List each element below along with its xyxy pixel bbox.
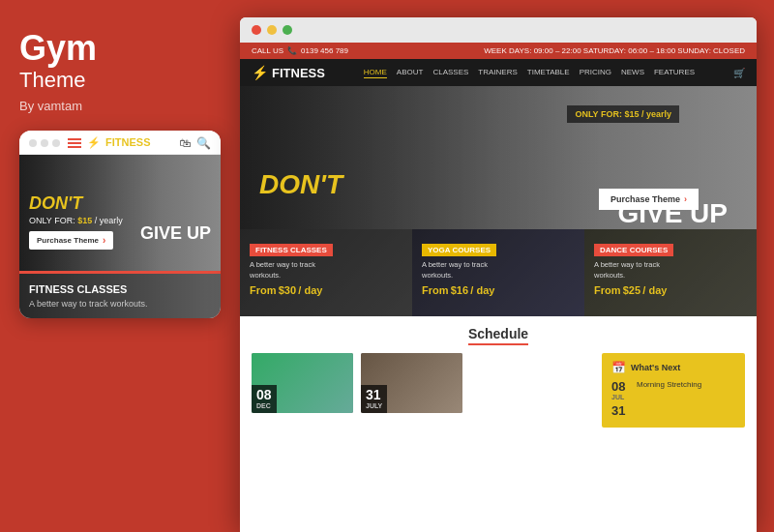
- mobile-hero-give: GIVE UP: [140, 223, 211, 244]
- mobile-course-desc: A better way to track workouts.: [29, 299, 211, 309]
- schedule-date-1: 08 DEC: [252, 385, 277, 413]
- mobile-dot-1: [29, 139, 37, 147]
- nav-news[interactable]: NEWS: [621, 68, 644, 78]
- lightning-icon: ⚡: [252, 65, 268, 80]
- mobile-dot-3: [52, 139, 60, 147]
- purchase-btn-arrow-icon: ›: [684, 194, 687, 204]
- schedule-section: Schedule 08 DEC 31 JULY: [240, 316, 757, 433]
- mobile-nav-icons: 🛍 🔍: [179, 136, 211, 150]
- whats-next-item-1: 08 JUL Morning Stretching: [611, 380, 735, 401]
- dance-desc: A better way to track workouts.: [594, 260, 681, 281]
- yoga-card-content: YOGA COURSES A better way to track worko…: [412, 229, 584, 306]
- nav-features[interactable]: FEATURES: [654, 68, 695, 78]
- browser-window: CALL US 📞 0139 456 789 WEEK DAYS: 09:00 …: [240, 17, 757, 532]
- brand-title: Gym: [19, 29, 97, 68]
- site-topbar-left: CALL US 📞 0139 456 789: [252, 46, 348, 55]
- whats-next-date-1: 08 JUL: [611, 380, 629, 401]
- schedule-title: Schedule: [468, 326, 528, 345]
- mobile-hero: DON'T ONLY FOR: $15 / yearly Purchase Th…: [19, 155, 221, 271]
- fitness-price: From $30 / day: [250, 284, 402, 296]
- course-card-yoga[interactable]: YOGA COURSES A better way to track worko…: [412, 229, 584, 316]
- left-panel: Gym Theme By vamtam ⚡ FITNESS 🛍 🔍: [0, 0, 240, 532]
- nav-home[interactable]: HOME: [364, 68, 387, 78]
- brand-by: By vamtam: [19, 99, 82, 113]
- browser-dot-yellow: [267, 25, 277, 35]
- mobile-window-dots: [29, 139, 60, 147]
- schedule-date-2: 31 JULY: [361, 385, 387, 413]
- whats-next-date-2: 31: [611, 404, 629, 417]
- site-nav-links: HOME ABOUT CLASSES TRAINERS TIMETABLE PR…: [364, 68, 695, 78]
- nav-classes[interactable]: CLASSES: [432, 68, 468, 78]
- mobile-btn-arrow-icon: ›: [103, 235, 105, 246]
- browser-dot-red: [252, 25, 261, 35]
- nav-timetable[interactable]: TIMETABLE: [527, 68, 570, 78]
- mobile-bag-icon[interactable]: 🛍: [179, 136, 191, 150]
- mobile-top-bar: ⚡ FITNESS 🛍 🔍: [19, 131, 221, 155]
- dance-card-content: DANCE COURSES A better way to track work…: [584, 229, 757, 306]
- phone-number: 0139 456 789: [301, 46, 348, 55]
- mobile-search-icon[interactable]: 🔍: [196, 136, 211, 150]
- mobile-course-title: FITNESS CLASSES: [29, 283, 211, 295]
- call-label: CALL US: [252, 46, 283, 55]
- course-card-fitness[interactable]: FITNESS CLASSES A better way to track wo…: [240, 229, 412, 316]
- fitness-label: FITNESS CLASSES: [250, 244, 333, 256]
- mobile-hero-dont: DON'T: [29, 193, 123, 214]
- mobile-dot-2: [41, 139, 48, 147]
- whats-next-title: What's Next: [631, 363, 680, 372]
- mobile-purchase-btn[interactable]: Purchase Theme ›: [29, 231, 113, 250]
- hero-price-badge: ONLY FOR: $15 / yearly: [567, 105, 679, 123]
- whats-next-calendar-icon: 📅: [611, 361, 626, 374]
- site-logo-text: FITNESS: [272, 66, 325, 80]
- dance-price: From $25 / day: [594, 284, 747, 296]
- whats-next-header: 📅 What's Next: [611, 361, 735, 374]
- hero-dont-text: DON'T: [259, 169, 342, 199]
- yoga-price: From $16 / day: [422, 284, 575, 296]
- fitness-desc: A better way to track workouts.: [250, 260, 337, 281]
- mobile-logo-icon: ⚡: [87, 136, 101, 148]
- nav-pricing[interactable]: PRICING: [580, 68, 611, 78]
- browser-titlebar: [240, 17, 757, 43]
- schedule-thumb-2[interactable]: 31 JULY: [361, 353, 462, 413]
- site-hero-content: DON'T: [259, 169, 342, 200]
- yoga-label: YOGA COURSES: [422, 244, 496, 256]
- site-nav: ⚡ FITNESS HOME ABOUT CLASSES TRAINERS TI…: [240, 59, 757, 86]
- mobile-hamburger-icon[interactable]: [68, 138, 81, 148]
- mobile-hero-content: DON'T ONLY FOR: $15 / yearly Purchase Th…: [29, 193, 123, 250]
- brand-subtitle: Theme: [19, 68, 85, 93]
- site-topbar-hours: WEEK DAYS: 09:00 – 22:00 SATURDAY: 06:00…: [484, 46, 745, 55]
- course-card-dance[interactable]: DANCE COURSES A better way to track work…: [584, 229, 757, 316]
- mobile-price-line: ONLY FOR: $15 / yearly: [29, 216, 123, 225]
- site-nav-logo: ⚡ FITNESS: [252, 65, 325, 80]
- schedule-spacer: [470, 353, 594, 428]
- browser-dot-green: [283, 25, 292, 35]
- whats-next-event-1: Morning Stretching: [637, 380, 701, 389]
- whats-next-item-2: 31: [611, 404, 735, 417]
- schedule-thumb-1[interactable]: 08 DEC: [252, 353, 353, 413]
- course-cards: FITNESS CLASSES A better way to track wo…: [240, 229, 757, 316]
- site-topbar: CALL US 📞 0139 456 789 WEEK DAYS: 09:00 …: [240, 43, 757, 59]
- hero-purchase-btn[interactable]: Purchase Theme ›: [599, 189, 699, 210]
- nav-trainers[interactable]: TRAINERS: [478, 68, 517, 78]
- mobile-logo: ⚡ FITNESS: [87, 136, 179, 149]
- yoga-desc: A better way to track workouts.: [422, 260, 509, 281]
- mobile-course-card: FITNESS CLASSES A better way to track wo…: [19, 271, 221, 318]
- site-nav-cart[interactable]: 🛒: [733, 68, 745, 78]
- nav-about[interactable]: ABOUT: [397, 68, 424, 78]
- browser-content: CALL US 📞 0139 456 789 WEEK DAYS: 09:00 …: [240, 43, 757, 532]
- fitness-card-content: FITNESS CLASSES A better way to track wo…: [240, 229, 412, 306]
- mobile-preview: ⚡ FITNESS 🛍 🔍 DON'T ONLY FOR: $15 / year…: [19, 131, 221, 318]
- dance-label: DANCE COURSES: [594, 244, 673, 256]
- site-hero: DON'T ONLY FOR: $15 / yearly GIVE UP Pur…: [240, 86, 757, 229]
- phone-icon: 📞: [287, 46, 297, 55]
- schedule-row: 08 DEC 31 JULY 📅: [252, 353, 745, 428]
- whats-next-card: 📅 What's Next 08 JUL Morning Stretching …: [602, 353, 745, 428]
